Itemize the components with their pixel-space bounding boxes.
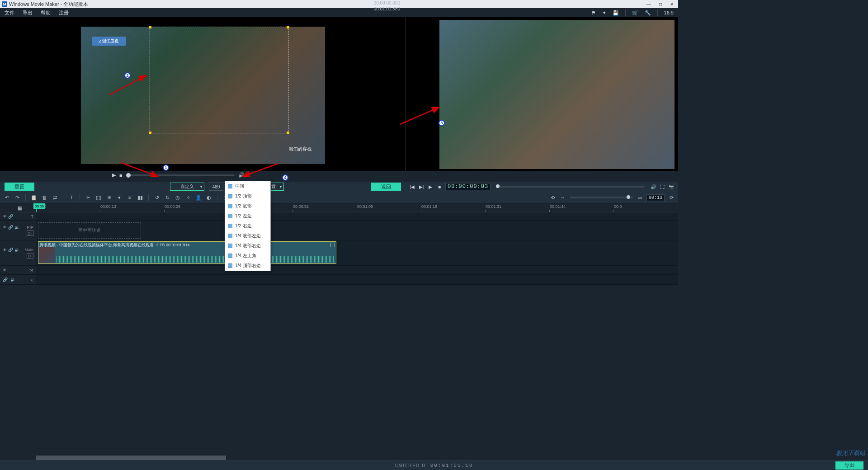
key-icon[interactable]: 🔧 — [645, 10, 651, 16]
fit-icon[interactable]: ↔ — [560, 194, 566, 201]
person-icon[interactable]: 👤 — [195, 194, 202, 201]
minimize-button[interactable]: — — [646, 2, 651, 7]
volume-icon[interactable]: 🔉 — [14, 225, 19, 230]
menu-item-center[interactable]: 中间 — [225, 181, 270, 191]
menu-item-q-bl[interactable]: 1/4 底部左边 — [225, 231, 270, 241]
refresh-icon[interactable]: ⟳ — [668, 194, 675, 201]
menu-item-half-top[interactable]: 1/2 顶部 — [225, 191, 270, 201]
menu-item-q-br[interactable]: 1/4 底部右边 — [225, 241, 270, 251]
chevron-down-icon[interactable]: ▾ — [116, 194, 123, 201]
text-icon[interactable]: T — [68, 194, 75, 201]
layers-icon[interactable]: ▦ — [17, 203, 23, 212]
link-icon[interactable]: 🔗 — [8, 214, 13, 219]
annotation-4: 4 — [282, 174, 288, 181]
effect-icon[interactable]: ❄ — [106, 194, 112, 201]
separator — [63, 194, 63, 201]
menu-item-q-tl[interactable]: 1/4 左上角 — [225, 251, 270, 261]
menu-item-half-right[interactable]: 1/2 右边 — [225, 221, 270, 231]
timeline-ruler[interactable]: ▦ 00:00 00:00:13 00:00:26 00:00:39 00:00… — [0, 203, 678, 212]
ruler-tick: 00:01:18 — [421, 204, 437, 209]
fullscreen-icon[interactable]: ⛶ — [659, 183, 665, 190]
output-seek-knob[interactable] — [496, 184, 500, 188]
menu-register[interactable]: 注册 — [59, 9, 69, 16]
visibility-icon[interactable]: 👁 — [3, 214, 7, 219]
stop-button[interactable]: ■ — [436, 183, 443, 190]
crop-preview[interactable]: Z 浙江卫视 我们的客栈 00:00:00.000 00:01:01.880 — [0, 17, 406, 171]
menu-help[interactable]: 帮助 — [41, 9, 51, 16]
pip-track[interactable]: 👁🔗🔉PIP ▷ 画中画轨道 — [0, 221, 678, 240]
undo-icon[interactable]: ↶ — [4, 194, 10, 201]
save-icon[interactable]: 💾 — [613, 10, 619, 16]
volume-icon[interactable]: 🔊 — [650, 183, 656, 190]
menu-item-q-tr[interactable]: 1/4 顶部右边 — [225, 261, 270, 271]
pos-icon — [228, 224, 232, 228]
visibility-icon[interactable]: 👁 — [3, 225, 7, 230]
menu-file[interactable]: 文件 — [5, 9, 14, 16]
ruler-tick: 00:00:13 — [100, 204, 116, 209]
menu-item-half-bottom[interactable]: 1/2 底部 — [225, 201, 270, 211]
copy-icon[interactable]: 📋 — [31, 194, 37, 201]
rotate-left-icon[interactable]: ↺ — [154, 194, 160, 201]
pos-icon — [228, 214, 232, 218]
next-frame-button[interactable]: ▶| — [418, 183, 425, 190]
link-icon[interactable]: 🔗 — [8, 248, 13, 252]
star-icon[interactable]: ✦ — [602, 10, 606, 16]
aspect-ratio-label[interactable]: 16:9 — [664, 10, 674, 15]
volume-icon[interactable]: 🔉 — [10, 277, 15, 282]
snapshot-icon[interactable]: 📷 — [668, 183, 675, 190]
monitor-icon[interactable]: ▭ — [637, 194, 643, 201]
menu-export[interactable]: 导出 — [23, 9, 33, 16]
back-button[interactable]: 返回 — [371, 183, 401, 191]
volume-icon[interactable]: 🔉 — [14, 248, 19, 252]
visibility-icon[interactable]: 👁 — [3, 248, 7, 252]
zoom-slider[interactable] — [570, 197, 633, 198]
text-track[interactable]: 👁🔗T — [0, 212, 678, 221]
link-icon[interactable]: 🔗 — [8, 225, 13, 230]
window-title: Windows Movie Maker - 全功能版本 — [9, 1, 88, 8]
crop-handle-tr[interactable] — [287, 26, 289, 28]
playhead-flag[interactable]: 00:00 — [33, 203, 45, 209]
zoom-knob[interactable] — [627, 195, 630, 199]
list-icon[interactable]: ≡ — [127, 194, 133, 201]
crop-handle-bl[interactable] — [149, 132, 151, 134]
pip-placeholder[interactable]: 画中画轨道 — [38, 222, 141, 239]
play-button[interactable]: ▶ — [427, 183, 434, 190]
close-button[interactable]: ✕ — [670, 2, 674, 7]
loop-icon[interactable]: ⟲ — [550, 194, 556, 201]
crop-rectangle[interactable] — [150, 27, 288, 133]
output-seek-slider[interactable] — [496, 186, 645, 188]
delete-icon[interactable]: 🗑 — [41, 194, 47, 201]
crop-position-menu[interactable]: 中间 1/2 顶部 1/2 底部 1/2 左边 1/2 右边 1/4 底部左边 … — [225, 181, 271, 271]
maximize-button[interactable]: □ — [659, 2, 662, 7]
crop-width-input[interactable] — [209, 183, 223, 191]
rotate-right-icon[interactable]: ↻ — [164, 194, 170, 201]
flag-icon[interactable]: ⚑ — [591, 10, 596, 16]
prev-frame-button[interactable]: |◀ — [409, 183, 415, 190]
swap-icon[interactable]: ⇄ — [52, 194, 58, 201]
audio-track[interactable]: 🔗🔉♫ — [0, 275, 678, 285]
crop-handle-br[interactable] — [287, 132, 289, 134]
columns-icon[interactable]: ▮▮ — [137, 194, 143, 201]
cut-icon[interactable]: ✂ — [85, 194, 91, 201]
visibility-icon[interactable]: 👁 — [3, 268, 7, 273]
transition-track[interactable]: 👁⋈ — [0, 266, 678, 275]
split-icon[interactable]: ▯▯ — [95, 194, 102, 201]
cart-icon[interactable]: 🛒 — [632, 10, 638, 16]
reset-button[interactable]: 重置 — [5, 183, 34, 191]
main-clip[interactable]: 腾讯视频 - 中国领先的在线视频媒体平台,海量高清视频在线观看_2.TS 00:… — [38, 241, 336, 264]
star-effect-icon[interactable]: ✧ — [185, 194, 191, 201]
title-bar: M Windows Movie Maker - 全功能版本 — □ ✕ — [0, 0, 678, 8]
clip-expand-icon[interactable] — [330, 243, 335, 247]
crop-preset-dropdown[interactable]: 自定义 — [170, 183, 204, 191]
main-play-icon[interactable]: ▷ — [27, 253, 33, 258]
crop-handle-tl[interactable] — [149, 26, 151, 28]
playhead[interactable]: 00:00 — [36, 203, 37, 212]
redo-icon[interactable]: ↷ — [14, 194, 20, 201]
adjust-icon[interactable]: ◐ — [206, 194, 212, 201]
link-icon[interactable]: 🔗 — [3, 277, 8, 282]
timer-icon[interactable]: ◷ — [175, 194, 181, 201]
pip-play-icon[interactable]: ▷ — [27, 230, 33, 236]
menu-item-half-left[interactable]: 1/2 左边 — [225, 211, 270, 221]
play-button[interactable]: ▶ — [112, 172, 116, 178]
main-track[interactable]: 👁🔗🔉Main ▷ 腾讯视频 - 中国领先的在线视频媒体平台,海量高清视频在线观… — [0, 240, 678, 266]
